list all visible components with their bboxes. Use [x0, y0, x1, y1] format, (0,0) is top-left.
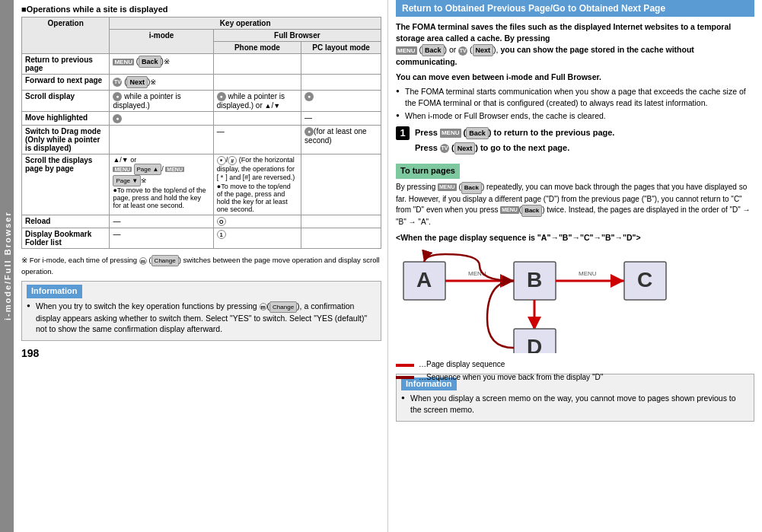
tv-icon: TV [113, 78, 122, 87]
right-panel: Return to Obtained Previous Page/Go to O… [388, 0, 762, 532]
circle-btn-4: ● [113, 114, 122, 123]
phone-reload: O [213, 215, 301, 228]
pc-bookmark [301, 228, 381, 249]
phone-forward [213, 75, 301, 91]
right-title: Return to Obtained Previous Page/Go to O… [396, 0, 754, 17]
legend-area: …Page display sequence …Sequence when yo… [396, 359, 754, 383]
header-key-operation: Key operation [110, 18, 381, 30]
note-text: You can move even between i-mode and Ful… [396, 72, 754, 83]
legend-line-red [396, 364, 414, 367]
step-1: 1 Press MENU ( Back ) to return to the p… [396, 126, 754, 140]
header-pc: PC layout mode [301, 42, 381, 54]
change-icon: m [139, 257, 147, 265]
op-forward: Forward to next page [22, 75, 110, 91]
pc-return-prev [301, 54, 381, 75]
page-number: 198 [21, 347, 381, 359]
legend-text-2: …Sequence when you move back from the di… [419, 372, 603, 384]
next-btn-step2: Next [454, 142, 476, 155]
star-key: ＊ [217, 156, 226, 165]
back-btn-r1: Back [422, 44, 445, 56]
left-info-box: Information When you try to switch the k… [21, 281, 381, 341]
menu-icon-3: MENU [165, 167, 184, 172]
diagram-title: <When the page display sequence is "A"→"… [396, 232, 754, 244]
bullet-1: The FOMA terminal starts communication w… [396, 86, 754, 108]
circle-btn-2: ● [217, 92, 226, 101]
menu-icon-step1: MENU [440, 129, 461, 138]
operations-table: Operation Key operation i-mode Full Brow… [21, 17, 381, 249]
op-return-prev: Return to previous page [22, 54, 110, 75]
imode-move-highlight: ● [110, 112, 213, 125]
imode-forward: TV ( Next )※ [110, 75, 213, 91]
diagram-svg: A B C D MENU MENU [396, 247, 723, 353]
circle-btn-5: ● [304, 127, 314, 136]
op-drag-mode: Switch to Drag mode (Only while a pointe… [22, 125, 110, 154]
table-row: Scroll display ● while a pointer is disp… [22, 91, 381, 112]
table-row: Scroll the displays page by page ▲/▼ or … [22, 154, 381, 215]
change-icon-2: m [260, 303, 267, 311]
change-btn-2: Change [269, 301, 297, 313]
menu-icon-2: MENU [113, 167, 132, 172]
bullet-2: When i-mode or Full Browser ends, the ca… [396, 110, 754, 122]
next-btn: Next [126, 76, 148, 88]
circle-btn-3: ● [304, 92, 314, 101]
info-box-title: Information [27, 285, 82, 298]
step-1-text: Press MENU ( Back ) to return to the pre… [415, 128, 614, 137]
imode-bookmark: — [110, 228, 213, 249]
table-row: Switch to Drag mode (Only while a pointe… [22, 125, 381, 154]
op-scroll-page: Scroll the displays page by page [22, 154, 110, 215]
menu-icon-turn2: MENU [500, 206, 519, 214]
left-panel: i-mode/Full Browser ■Operations while a … [0, 0, 388, 532]
op-bookmark: Display Bookmark Folder list [22, 228, 110, 249]
legend-line-dark-red [396, 376, 414, 379]
svg-text:C: C [637, 268, 652, 291]
phone-return-prev [213, 54, 301, 75]
tv-icon-step2: TV [440, 144, 449, 153]
svg-text:D: D [527, 335, 542, 353]
op-move-highlight: Move highlighted [22, 112, 110, 125]
legend-item-2: …Sequence when you move back from the di… [396, 372, 754, 384]
back-btn: Back [139, 56, 161, 68]
pc-forward [301, 75, 381, 91]
table-row: Move highlighted ● — [22, 112, 381, 125]
table-row: Display Bookmark Folder list — 1 [22, 228, 381, 249]
header-phone: Phone mode [213, 42, 301, 54]
one-key: 1 [217, 230, 226, 239]
step-section: 1 Press MENU ( Back ) to return to the p… [396, 126, 754, 155]
page-up-btn: Page ▲ [134, 164, 162, 175]
next-btn-r1: Next [473, 44, 494, 56]
to-turn-text: By pressing MENU ( Back ) repeatedly, yo… [396, 182, 754, 228]
pc-reload [301, 215, 381, 228]
pc-drag-mode: ●(for at least one second) [301, 125, 381, 154]
phone-scroll-page: ＊/# (For the horizontal display, the ope… [213, 154, 301, 215]
hash-key: # [228, 156, 237, 165]
intro-text: The FOMA terminal saves the files such a… [396, 21, 754, 68]
diagram-area: <When the page display sequence is "A"→"… [396, 232, 754, 369]
header-full-browser: Full Browser [213, 30, 381, 42]
phone-drag-mode: — [213, 125, 301, 154]
pc-scroll-page [301, 154, 381, 215]
step-2-text: Press TV ( Next ) to go to the next page… [415, 143, 569, 152]
legend-item-1: …Page display sequence [396, 359, 754, 371]
legend-text-1: …Page display sequence [419, 359, 505, 371]
change-btn: Change [151, 255, 179, 266]
op-reload: Reload [22, 215, 110, 228]
phone-scroll: ● while a pointer is displayed.) or ▲/▼ [213, 91, 301, 112]
svg-text:A: A [416, 268, 432, 291]
phone-move-highlight [213, 112, 301, 125]
step-2: Press TV ( Next ) to go to the next page… [396, 142, 754, 155]
imode-return-prev: MENU ( Back )※ [110, 54, 213, 75]
op-scroll: Scroll display [22, 91, 110, 112]
back-btn-turn: Back [461, 182, 482, 194]
to-turn-box: To turn pages [396, 164, 460, 179]
bottom-bullet-1: When you display a screen memo on the wa… [401, 393, 749, 415]
menu-icon-turn: MENU [438, 183, 457, 191]
imode-reload: — [110, 215, 213, 228]
page-down-btn: Page ▼ [113, 175, 141, 186]
tv-icon-r1: TV [458, 46, 467, 56]
step-num-1: 1 [396, 126, 410, 140]
header-imode: i-mode [110, 30, 213, 54]
sidebar-label: i-mode/Full Browser [0, 0, 14, 532]
table-row: Reload — O [22, 215, 381, 228]
imode-scroll-page: ▲/▼ or MENU Page ▲/ MENU Page ▼※ ●To mov… [110, 154, 213, 215]
right-content: The FOMA terminal saves the files such a… [396, 21, 754, 422]
